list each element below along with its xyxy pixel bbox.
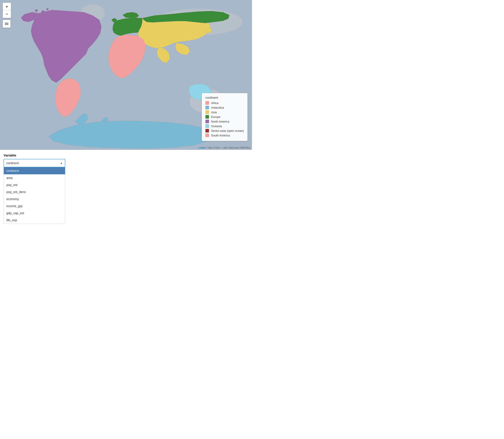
map-controls-container: + −: [3, 3, 11, 28]
legend-item-label: Antarctica: [211, 106, 224, 109]
zoom-out-button[interactable]: −: [3, 10, 11, 18]
legend-item: Asia: [206, 110, 244, 114]
legend-item: North America: [206, 120, 244, 123]
legend-item-label: South America: [211, 134, 230, 137]
legend-item: Seven seas (open ocean): [206, 129, 244, 133]
legend-color-swatch: [206, 115, 209, 119]
dropdown-item[interactable]: area: [4, 174, 65, 181]
select-display[interactable]: continent ▲: [3, 159, 65, 167]
legend-item: South America: [206, 134, 244, 137]
legend-item-label: Seven seas (open ocean): [211, 129, 244, 133]
layers-icon: [4, 22, 9, 26]
dropdown-item[interactable]: gdp_cap_est: [4, 210, 65, 217]
legend-color-swatch: [206, 106, 209, 109]
zoom-in-button[interactable]: +: [3, 3, 11, 10]
legend-color-swatch: [206, 134, 209, 137]
svg-point-4: [41, 10, 45, 14]
legend-title: continent: [206, 96, 244, 99]
dropdown-item[interactable]: pop_est_dens: [4, 188, 65, 195]
zoom-controls: + −: [3, 3, 11, 18]
legend-item-label: Asia: [211, 111, 217, 114]
dropdown-item[interactable]: pop_est: [4, 181, 65, 188]
svg-point-5: [35, 9, 38, 12]
legend-items: AfricaAntarcticaAsiaEuropeNorth AmericaO…: [206, 101, 244, 137]
svg-point-6: [46, 8, 49, 10]
select-arrow-icon: ▲: [60, 161, 63, 165]
select-wrapper: continent ▲ continentareapop_estpop_est_…: [3, 159, 65, 224]
dropdown-item[interactable]: continent: [4, 167, 65, 174]
dropdown-list: continentareapop_estpop_est_denseconomyi…: [3, 167, 65, 224]
legend-color-swatch: [206, 101, 209, 105]
layer-control-button[interactable]: [3, 20, 11, 28]
svg-rect-7: [5, 23, 8, 23]
bottom-panel: Variable continent ▲ continentareapop_es…: [0, 150, 252, 224]
legend-item: Antarctica: [206, 106, 244, 109]
legend-item: Oceania: [206, 124, 244, 128]
legend-item: Europe: [206, 115, 244, 119]
legend-color-swatch: [206, 110, 209, 114]
legend-item: Africa: [206, 101, 244, 105]
svg-rect-8: [5, 24, 8, 24]
select-current-value: continent: [6, 161, 19, 165]
dropdown-item[interactable]: life_exp: [4, 217, 65, 224]
dropdown-item[interactable]: economy: [4, 195, 65, 203]
legend-item-label: Africa: [211, 101, 219, 105]
legend-color-swatch: [206, 124, 209, 128]
variable-label: Variable: [3, 153, 248, 157]
map-container: + − continent AfricaAntarcticaAsiaEurope…: [0, 0, 252, 150]
legend-color-swatch: [206, 129, 209, 133]
legend-item-label: Oceania: [211, 124, 222, 128]
legend-color-swatch: [206, 120, 209, 123]
dropdown-item[interactable]: income_grp: [4, 203, 65, 210]
legend-item-label: North America: [211, 120, 229, 123]
legend-box: continent AfricaAntarcticaAsiaEuropeNort…: [202, 93, 248, 141]
legend-item-label: Europe: [211, 115, 220, 119]
leaflet-link[interactable]: Leaflet: [198, 146, 206, 149]
svg-rect-9: [5, 24, 8, 25]
map-attribution: Leaflet | Tiles © Esri — Esri, DeLorme, …: [198, 146, 250, 149]
